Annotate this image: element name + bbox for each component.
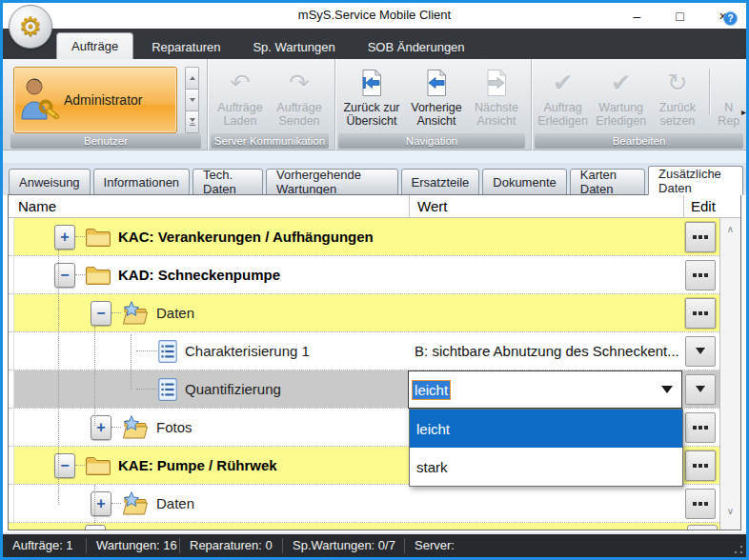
ribbon-button-auftrag-erledigen[interactable]: ✔AuftragErledigen xyxy=(534,63,592,128)
row-label: Daten xyxy=(156,495,194,511)
button-label-line2: Ansicht xyxy=(417,114,456,128)
tree-line xyxy=(58,250,59,505)
tab-ersatzteile[interactable]: Ersatzteile xyxy=(401,169,480,195)
spin-down-icon[interactable] xyxy=(185,90,199,111)
row-dropdown-button[interactable] xyxy=(685,336,716,367)
folder-star-icon xyxy=(121,415,150,440)
folder-star-icon xyxy=(121,301,150,326)
ribbon-button-zur-ck-zur-bersicht[interactable]: Zurück zurÜbersicht xyxy=(338,63,405,128)
combobox-value: leicht xyxy=(413,381,450,399)
tab-karten-daten[interactable]: Karten Daten xyxy=(570,169,645,195)
combobox-editor[interactable]: leicht xyxy=(408,370,682,409)
spin-last-icon[interactable] xyxy=(185,111,199,133)
tab-vorhergehende-wartungen[interactable]: Vorhergehende Wartungen xyxy=(266,169,398,195)
chevron-down-icon[interactable] xyxy=(661,386,673,393)
edit-cell xyxy=(681,370,719,408)
tree-connector xyxy=(75,236,85,237)
spin-up-icon[interactable] xyxy=(185,67,199,90)
ellipsis-icon xyxy=(693,502,697,506)
row-dropdown-button[interactable] xyxy=(685,374,716,405)
tab-dokumente[interactable]: Dokumente xyxy=(482,169,566,195)
resize-grip-icon[interactable] xyxy=(734,545,743,554)
partial-edit-button[interactable] xyxy=(687,525,718,530)
collapse-button[interactable]: − xyxy=(91,301,111,326)
refresh-icon: ↻ xyxy=(667,65,688,101)
help-icon[interactable]: ? xyxy=(723,11,738,26)
button-label-line1: Auftrag xyxy=(543,101,581,114)
ellipsis-icon xyxy=(704,311,708,315)
partial-expand-button[interactable] xyxy=(85,525,106,530)
tab-informationen[interactable]: Informationen xyxy=(93,169,191,195)
status-item: Reparaturen: 0 xyxy=(180,538,283,553)
ribbon-button-wartung-erledigen[interactable]: ✔WartungErledigen xyxy=(592,63,650,128)
tree-row[interactable]: −Daten xyxy=(9,294,740,332)
ellipsis-icon xyxy=(704,235,708,239)
ellipsis-icon xyxy=(698,235,702,239)
button-label-line2: Ansicht xyxy=(477,114,516,128)
column-header-wert[interactable]: Wert xyxy=(409,195,683,217)
column-header-name[interactable]: Name xyxy=(9,195,409,217)
ribbon-tab-auftr-ge[interactable]: Aufträge xyxy=(56,32,133,59)
edit-cell xyxy=(681,332,719,370)
redo-arrow-icon: ↷ xyxy=(289,65,310,101)
tree-row[interactable]: Quantifizierungleicht xyxy=(9,370,740,409)
minimize-button[interactable]: – xyxy=(616,3,658,29)
tab-anweisung[interactable]: Anweisung xyxy=(9,169,91,195)
edit-cell xyxy=(681,294,719,331)
ribbon-tab-sob-nderungen[interactable]: SOB Änderungen xyxy=(354,34,479,59)
vertical-scrollbar[interactable]: ∧ ∨ xyxy=(719,218,740,530)
row-label: Daten xyxy=(156,305,194,321)
folder-icon xyxy=(85,265,111,286)
dropdown-option[interactable]: leicht xyxy=(410,410,682,448)
page-forward-icon xyxy=(484,65,509,101)
scroll-up-icon[interactable]: ∧ xyxy=(720,224,740,234)
tree-row[interactable]: Charakterisierung 1B: sichtbare Abnutzun… xyxy=(9,332,740,370)
scroll-down-icon[interactable]: ∨ xyxy=(720,506,740,516)
name-cell: −KAE: Pumpe / Rührwek xyxy=(14,447,408,484)
tab-zus-tzliche-daten[interactable]: Zusätzliche Daten xyxy=(648,166,743,195)
user-button[interactable]: Administrator xyxy=(13,67,177,133)
ribbon-tab-reparaturen[interactable]: Reparaturen xyxy=(137,34,234,59)
status-item: Aufträge: 1 xyxy=(3,538,87,553)
wert-value: B: sichtbare Abnutzung des Schneckent... xyxy=(408,343,679,359)
ellipsis-icon xyxy=(704,426,708,430)
app-gear-icon[interactable]: ⚙ xyxy=(9,5,52,49)
partial-row xyxy=(9,523,740,530)
ribbon-tab-sp-wartungen[interactable]: Sp. Wartungen xyxy=(238,34,349,59)
tree-connector xyxy=(136,350,157,351)
button-label-line1: Wartung xyxy=(598,101,643,114)
page-back-icon xyxy=(424,65,449,101)
ribbon-button-zur-ck-setzen[interactable]: ↻Zurücksetzen xyxy=(650,63,704,128)
row-edit-button[interactable] xyxy=(685,450,716,481)
row-edit-button[interactable] xyxy=(685,412,716,443)
name-cell: Charakterisierung 1 xyxy=(14,332,408,370)
status-item: Server: xyxy=(405,538,746,553)
ellipsis-icon xyxy=(693,311,697,315)
ribbon-button-n-chste-ansicht[interactable]: NächsteAnsicht xyxy=(468,63,525,128)
ellipsis-icon xyxy=(698,502,702,506)
list-icon xyxy=(157,377,178,402)
expand-button[interactable]: + xyxy=(54,225,75,250)
dropdown-option[interactable]: stark xyxy=(410,448,682,486)
ribbon-group-benutzer: AdministratorBenutzer xyxy=(8,59,204,150)
tree-line xyxy=(131,334,132,390)
row-edit-button[interactable] xyxy=(685,222,716,252)
tree-row[interactable]: −KAD: Schneckenpumpe xyxy=(9,256,740,294)
row-label: KAD: Schneckenpumpe xyxy=(118,267,280,283)
button-label-line2: Erledigen xyxy=(596,114,646,128)
ribbon-button-n-rep[interactable]: NRep xyxy=(714,63,744,128)
column-header-edit[interactable]: Edit xyxy=(683,195,721,217)
row-edit-button[interactable] xyxy=(685,298,716,329)
ribbon-button-auftr-ge-laden[interactable]: ↶AufträgeLaden xyxy=(211,63,270,128)
tree-row[interactable]: +KAC: Verankerungen / Aufhängungen xyxy=(9,218,740,256)
row-edit-button[interactable] xyxy=(685,260,716,290)
ribbon-group-label: Navigation xyxy=(338,133,525,149)
ribbon-button-auftr-ge-senden[interactable]: ↷AufträgeSenden xyxy=(270,63,329,128)
maximize-button[interactable]: □ xyxy=(658,3,701,29)
tree-row[interactable]: +Daten xyxy=(9,485,740,523)
ribbon-gap xyxy=(3,150,746,163)
tab-tech-daten[interactable]: Tech. Daten xyxy=(192,169,263,195)
button-label-line1: Vorherige xyxy=(411,101,462,114)
row-edit-button[interactable] xyxy=(685,489,716,519)
ribbon-button-vorherige-ansicht[interactable]: VorherigeAnsicht xyxy=(405,63,468,128)
